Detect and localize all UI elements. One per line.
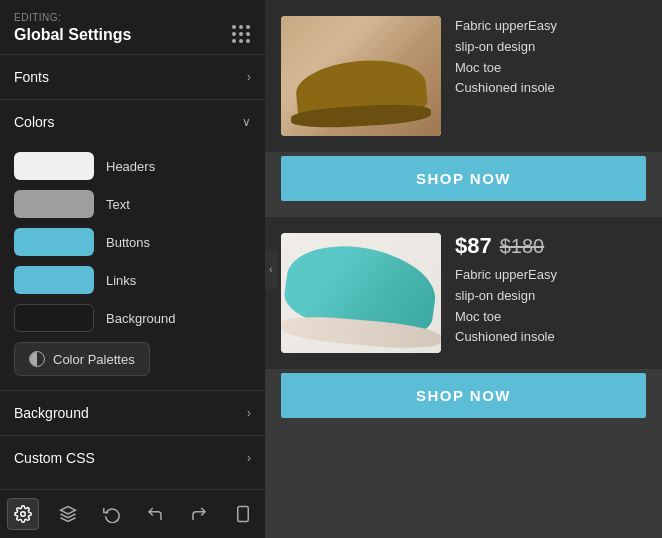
buttons-label: Buttons [106, 235, 150, 250]
global-settings-header: Global Settings [0, 25, 265, 54]
custom-css-section-header[interactable]: Custom CSS › [0, 436, 265, 480]
product-card-2: $87 $180 Fabric upperEasyslip-on designM… [265, 217, 662, 373]
settings-icon[interactable] [7, 498, 39, 530]
color-row-links: Links [14, 266, 251, 294]
headers-label: Headers [106, 159, 155, 174]
color-palettes-button[interactable]: Color Palettes [14, 342, 150, 376]
layers-icon[interactable] [53, 499, 83, 529]
background-label: Background [14, 405, 89, 421]
product-description-1: Fabric upperEasyslip-on designMoc toeCus… [455, 16, 646, 99]
collapse-handle[interactable]: ‹ [265, 249, 278, 289]
product-image-2 [281, 233, 441, 353]
product-card-1: Fabric upperEasyslip-on designMoc toeCus… [265, 0, 662, 156]
custom-css-label: Custom CSS [14, 450, 95, 466]
headers-swatch[interactable] [14, 152, 94, 180]
color-row-buttons: Buttons [14, 228, 251, 256]
color-palettes-label: Color Palettes [53, 352, 135, 367]
colors-chevron: ∨ [242, 115, 251, 129]
background-section: Background › [0, 390, 265, 435]
history-icon[interactable] [97, 499, 127, 529]
fonts-section: Fonts › [0, 54, 265, 99]
background-swatch[interactable] [14, 304, 94, 332]
dots-menu-icon[interactable] [232, 25, 251, 44]
links-swatch[interactable] [14, 266, 94, 294]
background-section-header[interactable]: Background › [0, 391, 265, 435]
shoe-image-brown [281, 16, 441, 136]
shop-now-button-2[interactable]: SHOP NOW [281, 373, 646, 418]
colors-section-header[interactable]: Colors ∨ [0, 100, 265, 144]
product-description-2: Fabric upperEasyslip-on designMoc toeCus… [455, 265, 646, 348]
product-info-1: Fabric upperEasyslip-on designMoc toeCus… [455, 16, 646, 99]
fonts-chevron: › [247, 70, 251, 84]
custom-css-chevron: › [247, 451, 251, 465]
colors-expanded-panel: Headers Text Buttons Links Background [0, 144, 265, 390]
colors-label: Colors [14, 114, 54, 130]
text-label: Text [106, 197, 130, 212]
price-row: $87 $180 [455, 233, 646, 259]
custom-css-section: Custom CSS › [0, 435, 265, 480]
color-row-text: Text [14, 190, 251, 218]
fonts-section-header[interactable]: Fonts › [0, 55, 265, 99]
bottom-toolbar [0, 489, 265, 538]
global-settings-title: Global Settings [14, 26, 131, 44]
palette-icon [29, 351, 45, 367]
shoe-image-teal [281, 233, 441, 353]
shop-now-button-1[interactable]: SHOP NOW [281, 156, 646, 201]
colors-section: Colors ∨ Headers Text Buttons Links [0, 99, 265, 390]
undo-icon[interactable] [140, 499, 170, 529]
background-chevron: › [247, 406, 251, 420]
product-image-1 [281, 16, 441, 136]
product-info-2: $87 $180 Fabric upperEasyslip-on designM… [455, 233, 646, 348]
color-row-headers: Headers [14, 152, 251, 180]
price-current: $87 [455, 233, 492, 259]
mobile-icon[interactable] [228, 499, 258, 529]
buttons-swatch[interactable] [14, 228, 94, 256]
editing-label: EDITING: [0, 0, 265, 25]
left-panel: EDITING: Global Settings Fonts › Colors … [0, 0, 265, 538]
links-label: Links [106, 273, 136, 288]
text-swatch[interactable] [14, 190, 94, 218]
right-panel: ‹ Fabric upperEasyslip-on designMoc toeC… [265, 0, 662, 538]
svg-marker-1 [60, 507, 75, 515]
fonts-label: Fonts [14, 69, 49, 85]
svg-point-0 [21, 512, 26, 517]
color-row-background: Background [14, 304, 251, 332]
redo-icon[interactable] [184, 499, 214, 529]
price-original: $180 [500, 235, 545, 258]
background-label: Background [106, 311, 175, 326]
